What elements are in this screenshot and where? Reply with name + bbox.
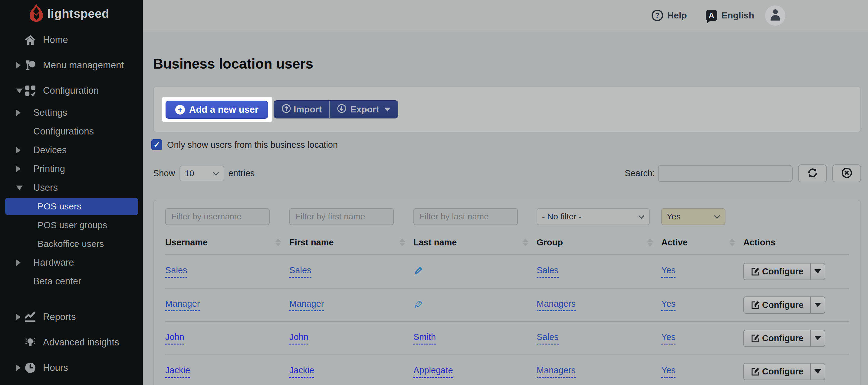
help-button[interactable]: ? Help	[652, 10, 687, 21]
column-header-group[interactable]: Group	[536, 238, 661, 247]
edit-pencil-icon[interactable]: ✎	[413, 265, 423, 278]
home-icon	[25, 34, 35, 46]
configure-button[interactable]: Configure	[744, 363, 810, 380]
sidebar-item-menu-management[interactable]: Menu management	[0, 53, 143, 78]
sidebar-item-beta-center[interactable]: Beta center	[0, 272, 143, 291]
language-button[interactable]: A English	[706, 10, 754, 21]
first-name-link[interactable]: Sales	[289, 265, 311, 278]
group-link[interactable]: Sales	[536, 265, 559, 278]
sidebar-item-configurations[interactable]: Configurations	[0, 122, 143, 141]
tutorial-spotlight: + Add a new user	[162, 97, 272, 122]
table-row: Jackie Jackie Applegate Managers Yes Con…	[165, 354, 849, 385]
column-header-last-name[interactable]: Last name	[413, 238, 536, 247]
edit-square-icon	[751, 367, 760, 376]
filter-first-name-input[interactable]	[289, 208, 394, 225]
sort-icon	[400, 238, 405, 246]
sidebar-item-hours[interactable]: Hours	[0, 355, 143, 381]
username-link[interactable]: John	[165, 332, 184, 345]
sidebar-item-label: POS user groups	[37, 220, 107, 230]
active-link[interactable]: Yes	[661, 365, 676, 378]
sidebar-item-label: Printing	[33, 164, 65, 174]
lightspeed-flame-icon	[30, 4, 43, 23]
column-header-first-name[interactable]: First name	[289, 238, 413, 247]
column-header-active[interactable]: Active	[661, 238, 743, 247]
sidebar-item-label: Configurations	[33, 126, 94, 137]
active-link[interactable]: Yes	[661, 265, 676, 278]
caret-down-icon	[814, 369, 821, 374]
only-this-location-checkbox[interactable]: ✓	[151, 139, 162, 150]
edit-pencil-icon[interactable]: ✎	[413, 299, 423, 311]
first-name-link[interactable]: John	[289, 332, 308, 345]
configure-split-button: Configure	[743, 363, 825, 380]
sidebar-item-printing[interactable]: Printing	[0, 160, 143, 178]
group-filter-select[interactable]: - No filter -	[536, 208, 650, 225]
username-link[interactable]: Sales	[165, 265, 187, 278]
sidebar-item-label: Devices	[33, 145, 67, 155]
clear-filters-button[interactable]	[832, 164, 861, 182]
sort-icon	[647, 238, 653, 246]
sidebar-item-hardware[interactable]: Hardware	[0, 253, 143, 272]
sidebar-item-backoffice-users[interactable]: Backoffice users	[0, 235, 143, 253]
sidebar-item-label: Settings	[33, 107, 67, 118]
group-link[interactable]: Managers	[536, 365, 576, 378]
caret-down-icon	[814, 336, 821, 340]
search-input[interactable]	[658, 165, 793, 182]
export-label: Export	[350, 104, 379, 114]
username-link[interactable]: Manager	[165, 299, 200, 311]
import-button[interactable]: Import	[274, 100, 329, 118]
sidebar-item-pos-users[interactable]: POS users	[5, 198, 138, 215]
chevron-down-icon	[213, 170, 219, 176]
add-a-new-user-button[interactable]: + Add a new user	[165, 101, 268, 119]
sidebar-item-label: Home	[43, 34, 68, 45]
person-icon	[770, 9, 781, 22]
page-size-control: Show 10 entries	[153, 166, 255, 181]
group-link[interactable]: Sales	[536, 332, 559, 345]
edit-square-icon	[751, 267, 760, 276]
last-name-link[interactable]: Applegate	[413, 365, 453, 378]
chevron-down-icon	[16, 89, 23, 93]
sidebar-item-devices[interactable]: Devices	[0, 141, 143, 160]
configure-button[interactable]: Configure	[744, 297, 810, 313]
configure-dropdown-button[interactable]	[810, 330, 825, 346]
sidebar-item-settings[interactable]: Settings	[0, 103, 143, 122]
configure-label: Configure	[762, 267, 804, 277]
sidebar-item-users[interactable]: Users	[0, 178, 143, 197]
refresh-button[interactable]	[798, 164, 827, 182]
topbar: ? Help A English	[143, 0, 868, 31]
sidebar-item-configuration[interactable]: Configuration	[0, 78, 143, 103]
configure-dropdown-button[interactable]	[810, 264, 825, 280]
page-size-select[interactable]: 10	[180, 166, 224, 181]
configure-button[interactable]: Configure	[744, 330, 810, 346]
active-filter-select[interactable]: Yes	[661, 208, 725, 225]
sidebar-item-pos-user-groups[interactable]: POS user groups	[0, 216, 143, 235]
first-name-link[interactable]: Manager	[289, 299, 324, 311]
header-label: First name	[289, 238, 334, 247]
sidebar-item-label: Beta center	[33, 276, 82, 287]
sidebar-item-label: Hours	[43, 362, 68, 373]
chevron-down-icon	[714, 213, 720, 219]
filter-last-name-input[interactable]	[413, 208, 518, 225]
sidebar-item-advanced-insights[interactable]: Advanced insights	[0, 330, 143, 355]
sidebar-item-label: Users	[33, 182, 58, 193]
import-export-group: Import Export	[274, 100, 398, 118]
add-user-label: Add a new user	[189, 104, 258, 115]
active-link[interactable]: Yes	[661, 332, 676, 345]
configure-dropdown-button[interactable]	[810, 297, 825, 313]
last-name-link[interactable]: Smith	[413, 332, 436, 345]
export-button[interactable]: Export	[329, 100, 398, 118]
chevron-right-icon	[16, 62, 23, 69]
group-link[interactable]: Managers	[536, 299, 576, 311]
filter-username-input[interactable]	[165, 208, 270, 225]
user-avatar[interactable]	[765, 5, 785, 26]
sidebar-item-home[interactable]: Home	[0, 27, 143, 53]
configure-dropdown-button[interactable]	[810, 363, 825, 380]
column-header-username[interactable]: Username	[165, 238, 289, 247]
sidebar-item-reports[interactable]: Reports	[0, 304, 143, 330]
active-link[interactable]: Yes	[661, 299, 676, 311]
username-link[interactable]: Jackie	[165, 365, 190, 378]
language-icon: A	[706, 10, 717, 21]
first-name-link[interactable]: Jackie	[289, 365, 314, 378]
chevron-right-icon	[16, 314, 23, 320]
configure-button[interactable]: Configure	[744, 264, 810, 280]
help-label: Help	[668, 10, 687, 21]
